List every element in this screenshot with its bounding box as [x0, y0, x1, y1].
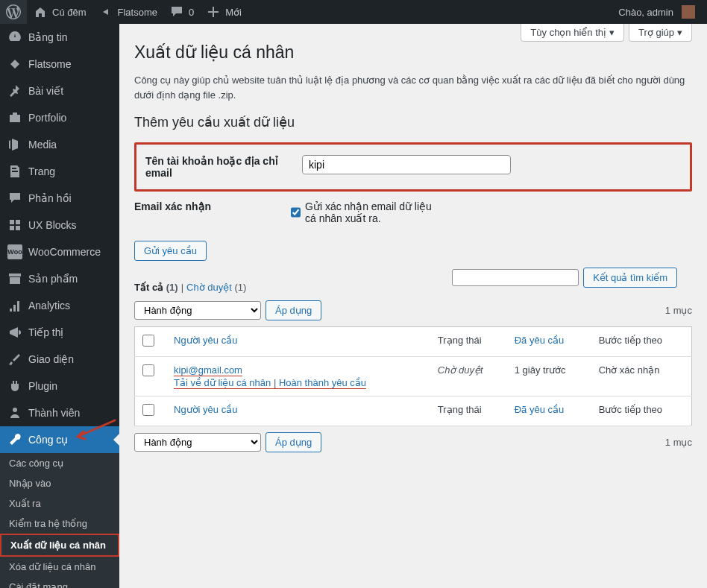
filter-all[interactable]: Tất cả (1): [134, 282, 178, 293]
submit-request-button[interactable]: Gửi yêu cầu: [134, 241, 207, 261]
menu-dashboard[interactable]: Bảng tin: [0, 24, 119, 51]
submenu-item-export-personal[interactable]: Xuất dữ liệu cá nhân: [1, 535, 118, 555]
search-input[interactable]: [452, 269, 579, 286]
action-complete[interactable]: Hoàn thành yêu cầu: [279, 377, 366, 388]
select-all-top[interactable]: [142, 335, 154, 347]
home-icon: [33, 4, 48, 19]
col-requested[interactable]: Đã yêu cầu: [507, 327, 591, 357]
col-next: Bước tiếp theo: [591, 396, 692, 426]
plus-icon: [206, 4, 221, 19]
menu-analytics[interactable]: Analytics: [0, 292, 119, 319]
submenu-item[interactable]: Xóa dữ liệu cá nhân: [0, 557, 119, 577]
menu-label: Sản phẩm: [28, 273, 78, 285]
menu-uxblocks[interactable]: UX Blocks: [0, 212, 119, 238]
col-requested[interactable]: Đã yêu cầu: [507, 396, 591, 426]
username-email-input[interactable]: [302, 155, 511, 174]
apply-button-top[interactable]: Áp dụng: [265, 300, 321, 320]
filter-pending[interactable]: Chờ duyệt (1): [186, 282, 246, 293]
submenu-item[interactable]: Các công cụ: [0, 453, 119, 473]
wordpress-icon: [6, 4, 21, 19]
submenu-item[interactable]: Kiểm tra hệ thống: [0, 513, 119, 534]
theme-link[interactable]: Flatsome: [92, 0, 163, 24]
chevron-down-icon: ▾: [609, 27, 615, 38]
select-all-bottom[interactable]: [142, 404, 154, 416]
menu-media[interactable]: Media: [0, 131, 119, 158]
wp-logo[interactable]: [0, 0, 27, 24]
content-area: Tùy chọn hiển thị▾ Trợ giúp▾ Xuất dữ liệ…: [119, 0, 707, 588]
menu-flatsome[interactable]: Flatsome: [0, 51, 119, 78]
requests-table: Người yêu cầu Trạng thái Đã yêu cầu Bước…: [134, 326, 692, 426]
menu-tools[interactable]: Công cụ: [0, 426, 119, 453]
block-icon: [7, 218, 22, 233]
confirm-row: Email xác nhận Gửi xác nhận email dữ liệ…: [134, 192, 692, 233]
menu-label: Tiếp thị: [28, 326, 64, 338]
submenu-item[interactable]: Cài đặt mạng: [0, 577, 119, 588]
menu-label: Flatsome: [28, 58, 72, 70]
menu-label: Plugin: [28, 380, 57, 392]
menu-portfolio[interactable]: Portfolio: [0, 104, 119, 131]
comment-icon: [169, 4, 184, 19]
page-icon: [7, 164, 22, 179]
menu-posts[interactable]: Bài viết: [0, 78, 119, 104]
col-requester[interactable]: Người yêu cầu: [166, 327, 430, 357]
admin-toolbar: Cú đêm Flatsome 0 Mới Chào, admin: [0, 0, 707, 24]
comment-icon: [7, 191, 22, 206]
search-button[interactable]: Kết quả tìm kiếm: [583, 268, 677, 288]
action-download[interactable]: Tải về dữ liệu cá nhân: [174, 377, 271, 388]
user-icon: [7, 405, 22, 420]
confirm-label: Email xác nhận: [134, 200, 291, 212]
pagination-top: 1 mục: [665, 305, 692, 316]
submenu-item[interactable]: Nhập vào: [0, 473, 119, 493]
row-requested: 1 giây trước: [507, 357, 591, 396]
help-tab[interactable]: Trợ giúp▾: [629, 24, 692, 42]
menu-label: Giao diện: [28, 353, 74, 365]
table-row: kipi@gmail.com Tải về dữ liệu cá nhân | …: [135, 357, 692, 396]
menu-woocommerce[interactable]: WooWooCommerce: [0, 238, 119, 265]
menu-pages[interactable]: Trang: [0, 158, 119, 185]
site-name: Cú đêm: [52, 7, 87, 18]
menu-plugins[interactable]: Plugin: [0, 373, 119, 399]
chevron-down-icon: ▾: [677, 27, 682, 38]
megaphone-icon: [7, 325, 22, 340]
col-next: Bước tiếp theo: [591, 327, 692, 357]
col-requester[interactable]: Người yêu cầu: [166, 396, 430, 426]
bulk-action-select-top[interactable]: Hành động: [134, 301, 261, 320]
row-email[interactable]: kipi@gmail.com: [174, 364, 242, 376]
account-link[interactable]: Chào, admin: [612, 0, 701, 24]
brush-icon: [7, 352, 22, 367]
confirm-checkbox-wrap[interactable]: Gửi xác nhận email dữ liệu cá nhân xuất …: [291, 200, 447, 224]
menu-marketing[interactable]: Tiếp thị: [0, 319, 119, 346]
flatsome-arrow-icon: [98, 4, 113, 19]
submenu-item[interactable]: Xuất ra: [0, 493, 119, 513]
menu-label: Phản hồi: [28, 192, 72, 204]
plugin-icon: [7, 379, 22, 393]
pin-icon: [7, 83, 22, 98]
menu-label: Bảng tin: [28, 31, 68, 43]
analytics-icon: [7, 298, 22, 313]
menu-label: Portfolio: [28, 112, 66, 124]
theme-name: Flatsome: [118, 7, 157, 18]
menu-products[interactable]: Sản phẩm: [0, 265, 119, 292]
menu-appearance[interactable]: Giao diện: [0, 346, 119, 373]
menu-label: Media: [28, 139, 57, 151]
comments-link[interactable]: 0: [163, 0, 200, 24]
menu-label: Thành viên: [28, 407, 80, 419]
confirm-checkbox[interactable]: [291, 206, 301, 218]
row-checkbox[interactable]: [142, 364, 154, 376]
bulk-action-select-bottom[interactable]: Hành động: [134, 433, 261, 452]
new-link[interactable]: Mới: [200, 0, 248, 24]
site-link[interactable]: Cú đêm: [27, 0, 92, 24]
menu-label: Công cụ: [28, 434, 68, 446]
woo-icon: Woo: [7, 244, 22, 259]
email-label: Tên tài khoản hoặc địa chỉ email: [145, 155, 302, 179]
flatsome-icon: [7, 57, 22, 72]
menu-users[interactable]: Thành viên: [0, 399, 119, 426]
apply-button-bottom[interactable]: Áp dụng: [265, 432, 321, 452]
email-row-highlight: Tên tài khoản hoặc địa chỉ email: [134, 142, 692, 192]
dashboard-icon: [7, 30, 22, 45]
menu-comments[interactable]: Phản hồi: [0, 185, 119, 212]
screen-options-tab[interactable]: Tùy chọn hiển thị▾: [521, 24, 624, 42]
menu-label: Bài viết: [28, 85, 63, 97]
pagination-bottom: 1 mục: [665, 437, 692, 448]
tablenav-top: Hành động Áp dụng 1 mục: [134, 300, 692, 320]
